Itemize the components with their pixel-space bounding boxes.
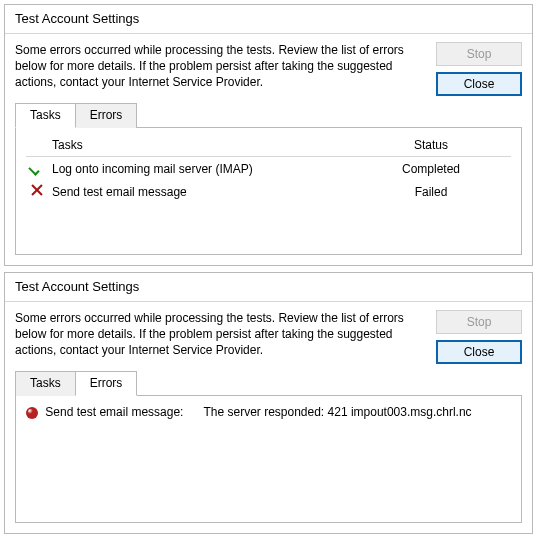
stop-button: Stop bbox=[436, 42, 522, 66]
dialog-body: Some errors occurred while processing th… bbox=[5, 302, 532, 370]
tabpanel-errors: Send test email message: The server resp… bbox=[15, 395, 522, 523]
task-name: Log onto incoming mail server (IMAP) bbox=[48, 157, 351, 181]
dialog-title: Test Account Settings bbox=[5, 273, 532, 302]
task-status: Failed bbox=[351, 180, 511, 203]
table-row[interactable]: Send test email message Failed bbox=[26, 180, 511, 203]
tab-errors[interactable]: Errors bbox=[75, 371, 138, 396]
error-detail: The server responded: 421 impout003.msg.… bbox=[203, 405, 471, 419]
close-button[interactable]: Close bbox=[436, 340, 522, 364]
task-name: Send test email message bbox=[48, 180, 351, 203]
tabs-area: Tasks Errors Send test email message: Th… bbox=[5, 370, 532, 533]
table-row[interactable]: Log onto incoming mail server (IMAP) Com… bbox=[26, 157, 511, 181]
button-group: Stop Close bbox=[436, 310, 522, 364]
col-icon bbox=[26, 136, 48, 157]
stop-button: Stop bbox=[436, 310, 522, 334]
col-status: Status bbox=[351, 136, 511, 157]
tab-errors[interactable]: Errors bbox=[75, 103, 138, 128]
close-button[interactable]: Close bbox=[436, 72, 522, 96]
col-tasks: Tasks bbox=[48, 136, 351, 157]
error-icon bbox=[26, 407, 38, 419]
dialog-body: Some errors occurred while processing th… bbox=[5, 34, 532, 102]
tabstrip: Tasks Errors bbox=[15, 103, 522, 128]
dialog-test-account-settings-tasks: Test Account Settings Some errors occurr… bbox=[4, 4, 533, 266]
tasks-table: Tasks Status Log onto incoming mail serv… bbox=[26, 136, 511, 203]
error-row[interactable]: Send test email message: The server resp… bbox=[26, 404, 511, 421]
check-icon bbox=[30, 160, 44, 174]
x-icon bbox=[30, 183, 44, 197]
dialog-message: Some errors occurred while processing th… bbox=[15, 42, 426, 96]
dialog-message: Some errors occurred while processing th… bbox=[15, 310, 426, 364]
tabs-area: Tasks Errors Tasks Status Log onto incom… bbox=[5, 102, 532, 265]
tabpanel-tasks: Tasks Status Log onto incoming mail serv… bbox=[15, 127, 522, 255]
button-group: Stop Close bbox=[436, 42, 522, 96]
dialog-test-account-settings-errors: Test Account Settings Some errors occurr… bbox=[4, 272, 533, 534]
tab-tasks[interactable]: Tasks bbox=[15, 371, 76, 396]
error-name: Send test email message: bbox=[45, 404, 200, 421]
tabstrip: Tasks Errors bbox=[15, 371, 522, 396]
tab-tasks[interactable]: Tasks bbox=[15, 103, 76, 128]
dialog-title: Test Account Settings bbox=[5, 5, 532, 34]
task-status: Completed bbox=[351, 157, 511, 181]
